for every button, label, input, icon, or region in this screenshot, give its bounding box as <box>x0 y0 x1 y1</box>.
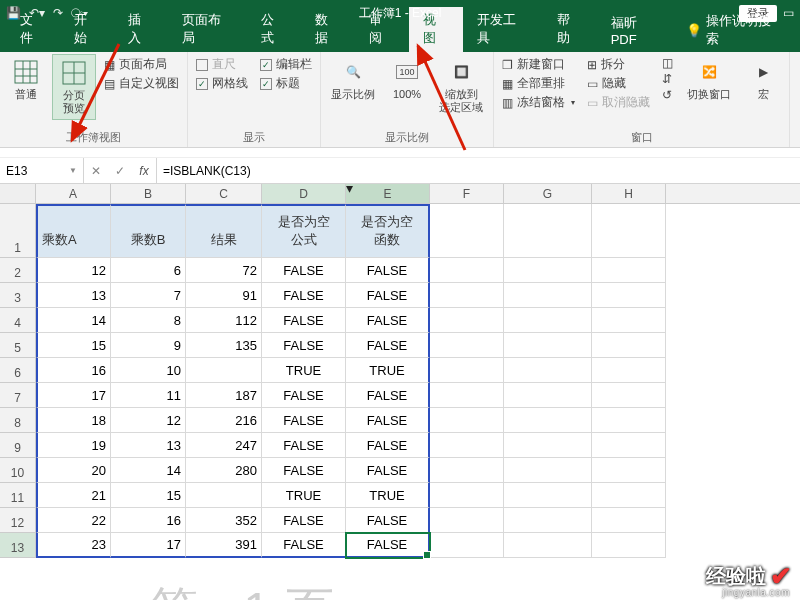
cell[interactable] <box>504 408 592 433</box>
cell[interactable]: 135 <box>186 333 262 358</box>
cell[interactable]: 15 <box>111 483 186 508</box>
reset-window-icon[interactable]: ↺ <box>662 88 673 102</box>
cell[interactable] <box>430 333 504 358</box>
tab-help[interactable]: 帮助 <box>543 7 597 52</box>
gridlines-checkbox[interactable]: ✓网格线 <box>196 75 248 92</box>
cell[interactable]: 12 <box>111 408 186 433</box>
row-header[interactable]: 13 <box>0 533 36 558</box>
cell[interactable]: 352 <box>186 508 262 533</box>
row-header[interactable]: 6 <box>0 358 36 383</box>
cell[interactable]: FALSE <box>262 283 346 308</box>
cell[interactable] <box>592 533 666 558</box>
cell[interactable] <box>592 483 666 508</box>
cell[interactable]: FALSE <box>262 333 346 358</box>
cell[interactable] <box>592 358 666 383</box>
tab-foxit-pdf[interactable]: 福昕PDF <box>597 10 677 52</box>
cell[interactable] <box>504 258 592 283</box>
fx-icon[interactable]: fx <box>132 164 156 178</box>
cell[interactable] <box>504 533 592 558</box>
row-header[interactable]: 10 <box>0 458 36 483</box>
cell[interactable] <box>430 408 504 433</box>
cell[interactable]: 19 <box>36 433 111 458</box>
cell[interactable]: 216 <box>186 408 262 433</box>
cell[interactable] <box>592 333 666 358</box>
cell[interactable]: 247 <box>186 433 262 458</box>
cell[interactable] <box>430 383 504 408</box>
cell[interactable]: 12 <box>36 258 111 283</box>
cell[interactable]: 7 <box>111 283 186 308</box>
cell[interactable] <box>592 408 666 433</box>
cell[interactable] <box>592 433 666 458</box>
save-icon[interactable]: 💾 <box>6 6 21 20</box>
cell[interactable]: FALSE <box>346 508 430 533</box>
cell[interactable] <box>430 433 504 458</box>
cell[interactable] <box>592 204 666 258</box>
cell[interactable]: 17 <box>111 533 186 558</box>
cell[interactable]: 72 <box>186 258 262 283</box>
col-header-f[interactable]: F <box>430 184 504 203</box>
cell[interactable] <box>592 258 666 283</box>
cell[interactable]: FALSE <box>346 533 430 558</box>
cell[interactable]: TRUE <box>262 483 346 508</box>
cell[interactable]: FALSE <box>346 408 430 433</box>
cell[interactable] <box>592 383 666 408</box>
cell[interactable]: 17 <box>36 383 111 408</box>
row-header[interactable]: 4 <box>0 308 36 333</box>
cell[interactable]: FALSE <box>262 433 346 458</box>
hide-button[interactable]: ▭隐藏 <box>587 75 650 92</box>
cell[interactable]: FALSE <box>346 283 430 308</box>
cell[interactable]: FALSE <box>262 258 346 283</box>
row-header[interactable]: 7 <box>0 383 36 408</box>
redo-icon[interactable]: ↷ <box>53 6 63 20</box>
cell[interactable]: 16 <box>111 508 186 533</box>
cell[interactable] <box>504 458 592 483</box>
col-header-e[interactable]: E <box>346 184 430 203</box>
col-header-b[interactable]: B <box>111 184 186 203</box>
cell[interactable] <box>504 483 592 508</box>
view-side-by-side-icon[interactable]: ◫ <box>662 56 673 70</box>
col-header-d[interactable]: D <box>262 184 346 203</box>
zoom-button[interactable]: 🔍 显示比例 <box>325 54 381 105</box>
cell[interactable]: 6 <box>111 258 186 283</box>
formula-bar-checkbox[interactable]: ✓编辑栏 <box>260 56 312 73</box>
cell[interactable]: 14 <box>111 458 186 483</box>
col-header-h[interactable]: H <box>592 184 666 203</box>
cell[interactable]: FALSE <box>262 458 346 483</box>
cell[interactable] <box>430 458 504 483</box>
cell[interactable]: 20 <box>36 458 111 483</box>
ruler-checkbox[interactable]: 直尺 <box>196 56 248 73</box>
arrange-all-button[interactable]: ▦全部重排 <box>502 75 575 92</box>
header-cell[interactable]: 结果 <box>186 204 262 258</box>
cell[interactable] <box>430 258 504 283</box>
cell[interactable]: 280 <box>186 458 262 483</box>
split-button[interactable]: ⊞拆分 <box>587 56 650 73</box>
cell[interactable]: FALSE <box>262 308 346 333</box>
cell[interactable] <box>504 308 592 333</box>
cell[interactable]: FALSE <box>346 308 430 333</box>
row-header[interactable]: 5 <box>0 333 36 358</box>
cell[interactable] <box>504 283 592 308</box>
freeze-panes-button[interactable]: ▥冻结窗格▾ <box>502 94 575 111</box>
cell[interactable]: FALSE <box>346 433 430 458</box>
cell[interactable] <box>504 508 592 533</box>
col-header-g[interactable]: G <box>504 184 592 203</box>
col-header-c[interactable]: C <box>186 184 262 203</box>
cell[interactable]: FALSE <box>346 383 430 408</box>
row-header[interactable]: 3 <box>0 283 36 308</box>
cell[interactable] <box>592 458 666 483</box>
cell[interactable] <box>430 533 504 558</box>
cell[interactable]: 13 <box>36 283 111 308</box>
cell[interactable]: 391 <box>186 533 262 558</box>
header-cell[interactable]: 乘数B <box>111 204 186 258</box>
tell-me-search[interactable]: 💡 操作说明搜索 <box>676 8 794 52</box>
cell[interactable] <box>430 308 504 333</box>
cell[interactable] <box>430 204 504 258</box>
cell[interactable] <box>504 433 592 458</box>
tab-developer[interactable]: 开发工具 <box>463 7 543 52</box>
cell[interactable]: 13 <box>111 433 186 458</box>
cell[interactable] <box>430 483 504 508</box>
new-window-button[interactable]: ❐新建窗口 <box>502 56 575 73</box>
cell[interactable] <box>430 283 504 308</box>
undo-icon[interactable]: ↶▾ <box>29 6 45 20</box>
macros-button[interactable]: ▶ 宏 <box>741 54 785 105</box>
